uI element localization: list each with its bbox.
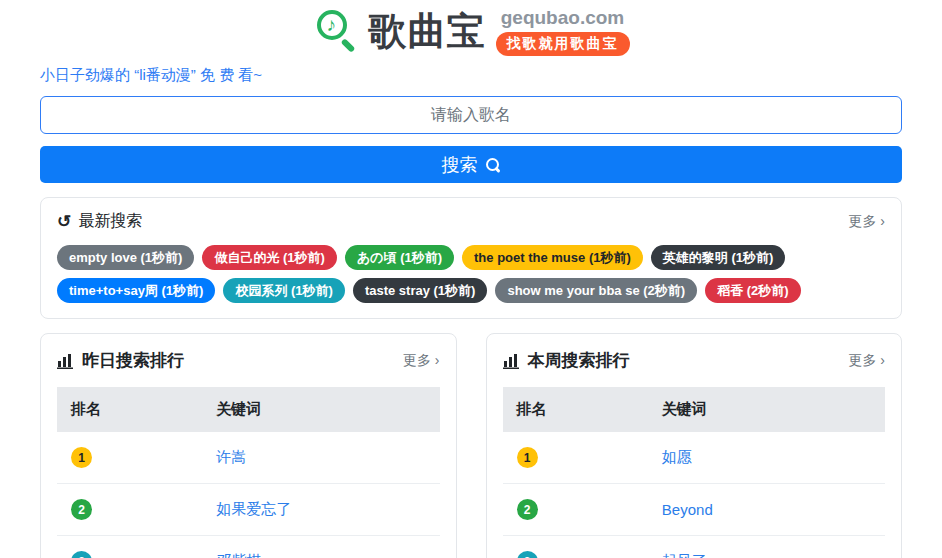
keyword-link[interactable]: 许嵩 [216, 448, 246, 465]
keyword-link[interactable]: 起风了 [662, 552, 707, 558]
latest-tags: empty love (1秒前) 做自己的光 (1秒前) あの頃 (1秒前) t… [57, 245, 885, 303]
yesterday-ranking-table: 排名 关键词 1 许嵩 2 如果爱忘了 3 邓紫棋 [57, 387, 440, 558]
rank-badge: 2 [71, 499, 92, 520]
column-header-keyword: 关键词 [202, 387, 439, 432]
search-button-label: 搜索 [442, 153, 478, 177]
yesterday-ranking-title: 昨日搜索排行 [82, 349, 184, 372]
week-ranking-table: 排名 关键词 1 如愿 2 Beyond 3 起风了 [503, 387, 886, 558]
logo-magnifier-music-icon[interactable]: ♪ [313, 8, 359, 54]
rank-badge: 3 [517, 551, 538, 558]
search-tag[interactable]: the poet the muse (1秒前) [462, 245, 643, 270]
yesterday-ranking-card: 昨日搜索排行 更多 › 排名 关键词 1 许嵩 2 [40, 333, 457, 558]
table-row: 3 邓紫棋 [57, 536, 440, 558]
search-input[interactable] [40, 96, 902, 134]
magnifier-handle [340, 38, 355, 53]
search-tag[interactable]: time+to+say周 (1秒前) [57, 278, 215, 303]
music-note-icon: ♪ [327, 15, 337, 34]
promo-link[interactable]: 小日子劲爆的 “li番动漫” 免 费 看~ [40, 66, 902, 85]
keyword-link[interactable]: 邓紫棋 [216, 552, 261, 558]
keyword-link[interactable]: 如果爱忘了 [216, 500, 291, 517]
week-ranking-title-row: 本周搜索排行 [503, 349, 630, 372]
keyword-link[interactable]: Beyond [662, 501, 713, 518]
search-tag[interactable]: show me your bba se (2秒前) [495, 278, 697, 303]
table-row: 3 起风了 [503, 536, 886, 558]
magnifier-lens: ♪ [317, 10, 347, 40]
column-header-keyword: 关键词 [648, 387, 885, 432]
week-ranking-card: 本周搜索排行 更多 › 排名 关键词 1 如愿 2 [486, 333, 903, 558]
search-tag[interactable]: taste stray (1秒前) [353, 278, 488, 303]
latest-search-title-row: ↺ 最新搜索 [57, 211, 142, 232]
search-tag[interactable]: 英雄的黎明 (1秒前) [651, 245, 786, 270]
slogan-badge: 找歌就用歌曲宝 [496, 32, 630, 56]
search-icon [485, 157, 501, 173]
yesterday-more-link[interactable]: 更多 › [403, 352, 440, 370]
table-row: 1 许嵩 [57, 432, 440, 484]
rank-badge: 2 [517, 499, 538, 520]
history-icon: ↺ [57, 213, 71, 230]
rank-badge: 3 [71, 551, 92, 558]
bar-chart-icon [57, 353, 74, 369]
latest-search-title: 最新搜索 [78, 211, 142, 232]
search-button[interactable]: 搜索 [40, 146, 902, 183]
latest-more-link[interactable]: 更多 › [848, 213, 885, 231]
table-row: 2 如果爱忘了 [57, 484, 440, 536]
week-ranking-title: 本周搜索排行 [528, 349, 630, 372]
column-header-rank: 排名 [503, 387, 648, 432]
keyword-link[interactable]: 如愿 [662, 448, 692, 465]
table-row: 1 如愿 [503, 432, 886, 484]
bar-chart-icon [503, 353, 520, 369]
site-header: ♪ 歌曲宝 gequbao.com 找歌就用歌曲宝 [0, 0, 942, 54]
latest-search-card: ↺ 最新搜索 更多 › empty love (1秒前) 做自己的光 (1秒前)… [40, 197, 902, 319]
search-tag[interactable]: 做自己的光 (1秒前) [202, 245, 337, 270]
rank-badge: 1 [517, 447, 538, 468]
brand-side: gequbao.com 找歌就用歌曲宝 [496, 7, 630, 56]
search-tag[interactable]: あの頃 (1秒前) [345, 245, 454, 270]
table-row: 2 Beyond [503, 484, 886, 536]
column-header-rank: 排名 [57, 387, 202, 432]
yesterday-ranking-title-row: 昨日搜索排行 [57, 349, 184, 372]
site-domain: gequbao.com [501, 7, 625, 29]
week-more-link[interactable]: 更多 › [848, 352, 885, 370]
search-tag[interactable]: 稻香 (2秒前) [705, 278, 801, 303]
search-tag[interactable]: empty love (1秒前) [57, 245, 194, 270]
site-title[interactable]: 歌曲宝 [369, 6, 486, 57]
search-tag[interactable]: 校园系列 (1秒前) [223, 278, 345, 303]
rank-badge: 1 [71, 447, 92, 468]
